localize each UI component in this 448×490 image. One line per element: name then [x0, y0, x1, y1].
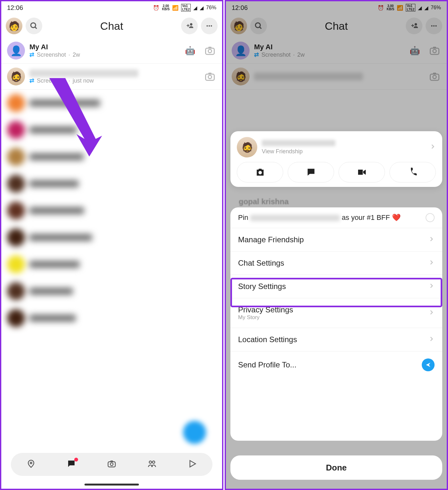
svg-point-10 — [110, 463, 113, 466]
chat-header: 🧑 Chat — [1, 14, 222, 38]
chat-settings-option[interactable]: Chat Settings — [230, 252, 442, 275]
background-name-peek: gopal krishna — [239, 197, 289, 206]
chevron-right-icon[interactable] — [429, 143, 436, 151]
chevron-right-icon — [428, 259, 435, 268]
blurred-chat-list — [1, 90, 222, 332]
clock: 12:06 — [7, 4, 23, 12]
statusbar: 12:06 ⏰ 2.00KB/S 📶 Vo1LTE2 ◢ ◢ 76% — [1, 1, 222, 14]
search-button[interactable] — [26, 18, 42, 34]
friend-name-blurred — [262, 140, 335, 146]
svg-point-3 — [211, 25, 212, 27]
avatar-icon: 🧔 — [7, 68, 25, 85]
blurred-chat-row — [1, 224, 222, 251]
svg-point-2 — [209, 25, 210, 27]
svg-point-11 — [149, 461, 152, 463]
chevron-right-icon — [428, 335, 435, 344]
svg-point-8 — [30, 462, 32, 464]
friend-options-menu: Pin as your #1 BFF ❤️ Manage Friendship … — [230, 207, 442, 441]
blurred-chat-row — [1, 116, 222, 143]
notification-badge — [74, 458, 78, 462]
avatar-icon: 🧔 — [237, 137, 257, 157]
friend-emoji: 🤖 — [185, 46, 195, 56]
blurred-chat-row — [1, 278, 222, 305]
story-settings-option[interactable]: Story Settings — [230, 275, 442, 298]
battery-text: 76% — [206, 5, 216, 11]
pin-bff-option[interactable]: Pin as your #1 BFF ❤️ — [230, 207, 442, 228]
cursor-arrow-annotation — [43, 75, 107, 159]
blurred-chat-row — [1, 197, 222, 224]
screenshot-icon: ⇄ — [29, 77, 34, 84]
done-button[interactable]: Done — [230, 455, 442, 480]
camera-icon[interactable] — [204, 44, 216, 57]
audio-call-button[interactable] — [389, 162, 436, 182]
send-icon — [422, 358, 435, 371]
screenshot-icon: ⇄ — [29, 51, 34, 58]
chevron-right-icon — [428, 235, 435, 244]
chat-tab[interactable] — [67, 459, 76, 470]
signal-icon-2: ◢ — [200, 5, 204, 11]
page-title: Chat — [45, 20, 178, 32]
wifi-icon: 📶 — [172, 5, 179, 11]
manage-friendship-option[interactable]: Manage Friendship — [230, 228, 442, 252]
svg-point-1 — [206, 25, 208, 27]
left-screenshot: 12:06 ⏰ 2.00KB/S 📶 Vo1LTE2 ◢ ◢ 76% 🧑 Cha… — [0, 0, 223, 490]
map-tab[interactable] — [26, 459, 36, 470]
privacy-settings-option[interactable]: Privacy SettingsMy Story — [230, 298, 442, 328]
blurred-chat-row — [1, 251, 222, 278]
snap-camera-button[interactable] — [237, 162, 283, 182]
alarm-icon: ⏰ — [153, 5, 159, 11]
add-friend-button[interactable] — [181, 18, 198, 34]
chevron-right-icon — [428, 282, 435, 291]
lte-icon: Vo1LTE2 — [181, 4, 191, 12]
bottom-navbar — [11, 453, 212, 476]
avatar-icon: 👤 — [7, 42, 25, 60]
location-settings-option[interactable]: Location Settings — [230, 328, 442, 351]
chevron-right-icon — [428, 309, 435, 317]
chat-subtitle: ⇄ Screenshot · 2w — [29, 51, 180, 58]
blurred-chat-row — [1, 170, 222, 197]
send-profile-option[interactable]: Send Profile To... — [230, 351, 442, 378]
svg-point-7 — [208, 75, 212, 79]
blurred-chat-row — [1, 90, 222, 116]
camera-icon[interactable] — [204, 70, 216, 83]
svg-point-12 — [152, 461, 155, 463]
svg-point-5 — [208, 49, 212, 53]
chat-row-friend[interactable]: 🧔 ⇄ Screenshot · just now — [1, 64, 222, 90]
signal-icon: ◢ — [193, 5, 197, 11]
chat-row-myai[interactable]: 👤 My AI ⇄ Screenshot · 2w 🤖 — [1, 38, 222, 64]
right-screenshot: 12:06 ⏰ 3.00KB/S 📶 Vo1LTE2 ◢ ◢ 76% 🧑 Cha… — [225, 0, 448, 490]
spotlight-tab[interactable] — [188, 459, 197, 470]
stories-tab[interactable] — [147, 459, 157, 470]
video-call-button[interactable] — [339, 162, 385, 182]
svg-point-0 — [31, 23, 36, 28]
blurred-chat-row — [1, 143, 222, 170]
chat-name: My AI — [29, 43, 180, 51]
chat-button[interactable] — [288, 162, 334, 182]
friend-action-card: 🧔 View Friendship — [230, 131, 442, 187]
home-indicator — [84, 484, 139, 486]
new-chat-fab[interactable] — [183, 421, 206, 444]
profile-avatar[interactable]: 🧑 — [6, 18, 22, 34]
blurred-chat-row — [1, 305, 222, 332]
more-button[interactable] — [201, 18, 218, 34]
camera-tab[interactable] — [107, 459, 116, 470]
view-friendship-link[interactable]: View Friendship — [262, 148, 425, 155]
radio-unchecked-icon — [426, 213, 435, 222]
network-speed: 2.00KB/S — [162, 4, 170, 11]
